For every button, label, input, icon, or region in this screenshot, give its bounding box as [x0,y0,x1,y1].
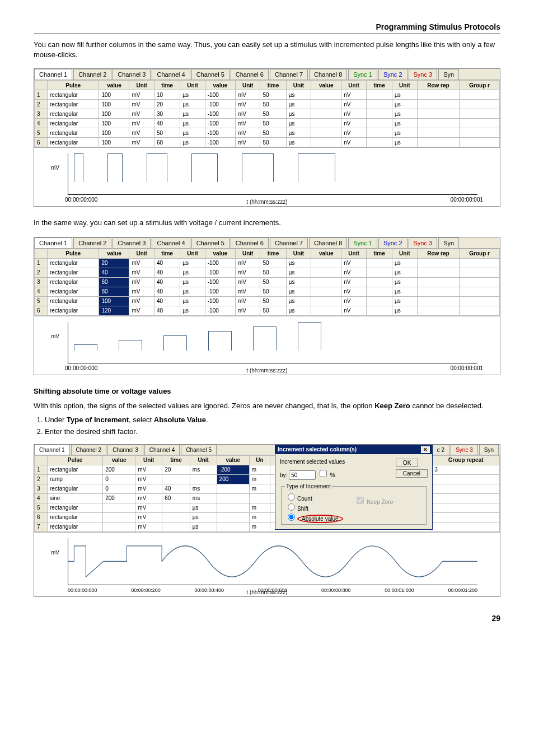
cell[interactable] [366,277,392,287]
cell[interactable]: ms [190,465,217,474]
cell[interactable]: nV [341,258,367,268]
cell[interactable] [217,503,249,512]
cell[interactable] [417,128,460,138]
col-header[interactable]: Unit [129,81,154,90]
cell[interactable] [366,296,392,306]
cell[interactable]: -100 [205,100,235,109]
cell[interactable]: mV [129,296,154,306]
cell[interactable]: rectangular [48,465,103,474]
tab-channel-2[interactable]: Channel 2 [73,69,111,80]
cell[interactable]: rectangular [48,484,103,493]
cell[interactable]: m [249,474,270,484]
tab-channel-5[interactable]: Channel 5 [191,69,229,80]
cell[interactable] [366,90,392,100]
cell[interactable] [417,138,460,147]
cell[interactable] [366,109,392,119]
col-header[interactable]: value [311,81,341,90]
cell[interactable]: 80 [99,287,129,296]
tab-sync-2[interactable]: Sync 2 [378,69,407,80]
cell[interactable]: nV [341,90,367,100]
cell[interactable]: nV [341,277,367,287]
cell[interactable]: rectangular [48,296,99,306]
cell[interactable]: nV [341,119,367,128]
cell[interactable] [366,138,392,147]
cell[interactable]: sine [48,493,103,503]
row-header[interactable]: 1 [35,258,48,268]
cell[interactable] [249,493,270,503]
col-header[interactable]: time [162,455,190,465]
cell[interactable]: 40 [154,306,180,315]
tab-syn[interactable]: Syn [479,445,499,455]
cell[interactable]: µs [180,287,205,296]
cell[interactable] [432,493,500,503]
row-header[interactable]: 5 [35,503,48,512]
cell[interactable]: nV [341,306,367,315]
tab-channel-4[interactable]: Channel 4 [152,237,190,248]
cell[interactable] [162,503,190,512]
cell[interactable] [311,119,341,128]
cell[interactable]: rectangular [48,109,99,119]
cell[interactable] [366,306,392,315]
cell[interactable]: mV [135,503,162,512]
cell[interactable]: µs [392,119,418,128]
cell[interactable]: -100 [205,90,235,100]
col-header[interactable]: Unit [341,81,367,90]
cell[interactable] [217,522,249,531]
cell[interactable]: µs [190,512,217,522]
col-header[interactable]: Pulse [48,81,99,90]
row-header[interactable]: 6 [35,306,48,315]
cell[interactable]: 3 [432,465,500,474]
row-header[interactable]: 3 [35,109,48,119]
cell[interactable]: 100 [99,138,129,147]
cell[interactable]: µs [180,296,205,306]
col-header[interactable]: Unit [180,81,205,90]
cell[interactable]: 40 [154,258,180,268]
cell[interactable]: µs [392,100,418,109]
cell[interactable]: µs [180,119,205,128]
col-header[interactable]: Unit [135,455,162,465]
cell[interactable] [103,503,135,512]
cell[interactable]: rectangular [48,277,99,287]
cell[interactable]: 40 [154,277,180,287]
row-header[interactable]: 4 [35,119,48,128]
cell[interactable] [311,296,341,306]
cell[interactable]: 200 [217,474,249,484]
cell[interactable]: 0 [103,474,135,484]
tab-channel-6[interactable]: Channel 6 [231,69,269,80]
tab-c-2[interactable]: c 2 [432,445,449,455]
col-header[interactable]: Group r [460,249,500,258]
cell[interactable]: µs [190,503,217,512]
col-header[interactable] [35,249,48,258]
cell[interactable]: mV [129,119,154,128]
cell[interactable] [162,522,190,531]
cell[interactable]: mV [135,465,162,474]
cell[interactable]: ramp [48,474,103,484]
cell[interactable]: rectangular [48,100,99,109]
col-header[interactable]: value [205,81,235,90]
cell[interactable] [162,474,190,484]
cell[interactable]: mV [135,493,162,503]
cell[interactable]: 50 [260,138,286,147]
cell[interactable] [217,484,249,493]
cell[interactable] [460,277,500,287]
row-header[interactable]: 1 [35,465,48,474]
col-header[interactable]: Pulse [48,455,103,465]
row-header[interactable]: 6 [35,512,48,522]
tab-sync-1[interactable]: Sync 1 [348,237,377,248]
cell[interactable]: µs [190,522,217,531]
tab-channel-8[interactable]: Channel 8 [309,237,347,248]
cell[interactable]: µs [286,100,311,109]
cell[interactable] [432,474,500,484]
cell[interactable]: 0 [103,484,135,493]
cell[interactable]: µs [286,287,311,296]
cell[interactable]: nV [341,287,367,296]
cell[interactable]: µs [180,306,205,315]
ok-button[interactable]: OK [396,459,418,467]
cell[interactable]: -100 [205,268,235,277]
close-icon[interactable]: ✕ [421,446,430,453]
cell[interactable]: -100 [205,287,235,296]
col-header[interactable]: Unit [180,249,205,258]
col-header[interactable]: Row rep [417,249,460,258]
col-header[interactable]: Unit [235,249,260,258]
cell[interactable]: µs [286,90,311,100]
